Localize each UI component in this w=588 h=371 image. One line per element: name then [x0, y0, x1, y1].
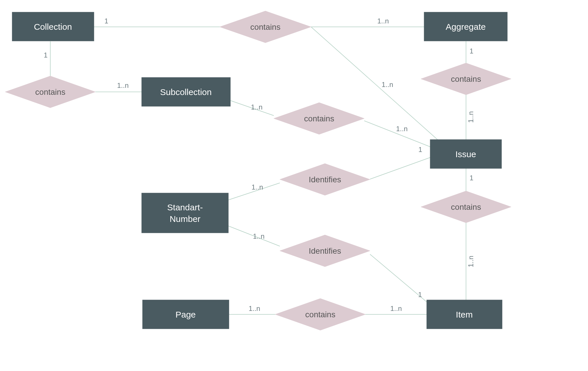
entity-standart-number-label1: Standart-: [167, 203, 203, 212]
entity-page: Page: [143, 300, 229, 329]
entity-standart-number: Standart- Number: [142, 193, 228, 233]
relation-identifies-top: Identifies: [280, 164, 370, 195]
card-collection-contains1: 1: [104, 17, 108, 25]
relation-contains-right-top-label: contains: [451, 75, 481, 84]
relation-identifies-bottom-label: Identifies: [309, 246, 341, 255]
card-identifies2-item: 1: [418, 291, 422, 298]
edge-identifies1-issue: [370, 157, 430, 179]
relation-contains-top: contains: [220, 11, 311, 43]
entity-subcollection: Subcollection: [142, 77, 230, 106]
card-issue-contains5: 1: [469, 174, 473, 182]
entity-aggregate: Aggregate: [424, 12, 507, 41]
relation-contains-right-mid-label: contains: [451, 203, 481, 212]
entity-standart-number-label2: Number: [170, 214, 201, 224]
card-contains5-item: 1..n: [467, 256, 475, 267]
entity-collection-label: Collection: [34, 22, 72, 31]
card-contains4-issue: 1..n: [467, 111, 475, 123]
card-contains6-item: 1..n: [390, 305, 402, 312]
relation-identifies-top-label: Identifies: [309, 175, 341, 184]
entity-issue: Issue: [430, 140, 502, 168]
card-contains1-issue: 1..n: [382, 81, 393, 88]
relation-contains-top-label: contains: [250, 23, 280, 31]
relation-identifies-bottom: Identifies: [280, 235, 370, 267]
relation-contains-bottom-label: contains: [305, 310, 335, 319]
entity-page-label: Page: [175, 310, 196, 319]
card-aggregate-contains4: 1: [469, 47, 473, 55]
entity-item: Item: [427, 300, 502, 329]
card-page-contains6: 1..n: [249, 305, 260, 312]
card-standart-identifies1: 1..n: [252, 183, 263, 191]
relation-contains-bottom: contains: [275, 298, 365, 330]
card-identifies1-issue: 1: [418, 146, 422, 153]
card-collection-contains2: 1: [44, 51, 47, 59]
card-contains2-subcollection: 1..n: [117, 81, 129, 89]
entity-aggregate-label: Aggregate: [446, 22, 486, 31]
card-contains1-aggregate: 1..n: [377, 17, 389, 25]
card-subcollection-contains3: 1..n: [251, 103, 262, 111]
relation-contains-mid-label: contains: [304, 114, 334, 123]
entity-collection: Collection: [12, 12, 94, 41]
relation-contains-right-top: contains: [421, 63, 511, 95]
relation-contains-left: contains: [5, 76, 95, 108]
relation-contains-right-mid: contains: [421, 191, 511, 223]
card-standart-identifies2: 1..n: [253, 232, 265, 240]
relation-contains-mid: contains: [274, 103, 364, 134]
entity-issue-label: Issue: [455, 149, 476, 159]
card-contains3-issue: 1..n: [396, 125, 408, 133]
entity-item-label: Item: [456, 310, 473, 319]
svg-rect-4: [142, 193, 228, 233]
relation-contains-left-label: contains: [35, 88, 65, 97]
entity-subcollection-label: Subcollection: [160, 87, 212, 97]
